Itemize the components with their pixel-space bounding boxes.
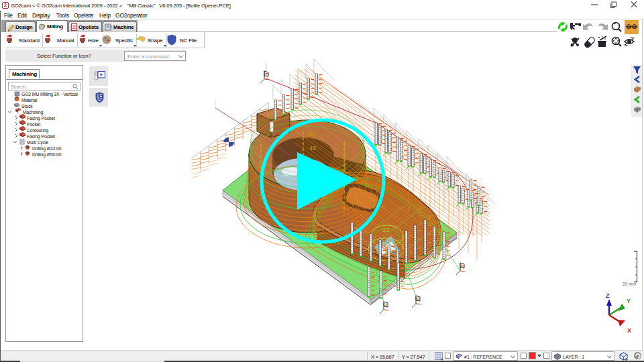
svg-text:Drilling Ø50.00: Drilling Ø50.00 (32, 152, 62, 158)
svg-text:Z: Z (606, 292, 610, 299)
svg-text:X: X (627, 327, 631, 334)
svg-text:Facing Pocket: Facing Pocket (27, 134, 55, 139)
svg-text:Multi Cycle: Multi Cycle (27, 140, 48, 145)
svg-text:Machining: Machining (23, 110, 43, 115)
svg-text:Pocket: Pocket (27, 122, 40, 127)
svg-text:Contouring: Contouring (27, 128, 49, 133)
svg-text:GO2 MU Milling 3X - Vertical: GO2 MU Milling 3X - Vertical (21, 92, 78, 97)
svg-text:Drilling Ø22.00: Drilling Ø22.00 (32, 146, 62, 152)
svg-text:Material: Material (21, 98, 38, 103)
svg-text:Facing Pocket: Facing Pocket (27, 116, 55, 121)
svg-text:Y: Y (627, 298, 631, 304)
svg-text:Stock: Stock (21, 104, 33, 109)
svg-text:20 mm: 20 mm (623, 282, 636, 286)
